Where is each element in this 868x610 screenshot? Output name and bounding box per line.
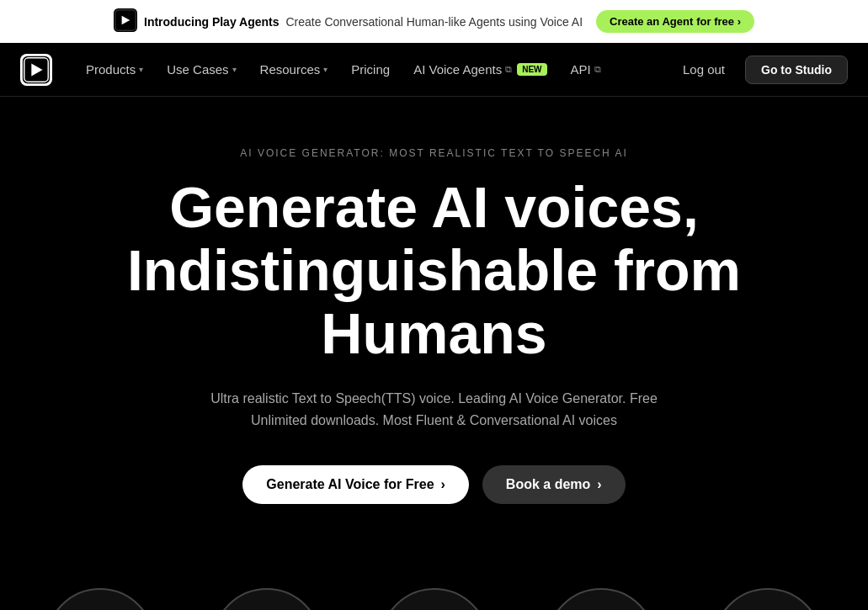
- chevron-down-icon: ▾: [232, 65, 237, 74]
- audio-cards-section: Voice Your Conversational AI Voice Your …: [0, 588, 868, 610]
- chevron-down-icon: ▾: [139, 65, 143, 74]
- record-button-custom[interactable]: [713, 588, 823, 610]
- audio-card-videos: Voice Your videos: [200, 588, 333, 610]
- nav-pricing[interactable]: Pricing: [341, 56, 400, 83]
- hero-subtitle: Ultra realistic Text to Speech(TTS) voic…: [207, 388, 662, 431]
- chevron-down-icon: ▾: [323, 65, 327, 74]
- audio-card-custom: Create Custom AI Voices: [701, 588, 834, 610]
- external-link-icon: ⧉: [594, 64, 601, 75]
- book-demo-button[interactable]: Book a demo ›: [482, 465, 626, 504]
- play-button-characters[interactable]: [546, 588, 656, 610]
- top-banner: Introducing Play Agents Create Conversat…: [0, 0, 868, 43]
- navbar: Products ▾ Use Cases ▾ Resources ▾ Prici…: [0, 43, 868, 97]
- banner-desc: Create Conversational Human-like Agents …: [286, 15, 583, 29]
- nav-products[interactable]: Products ▾: [76, 56, 153, 83]
- hero-buttons: Generate AI Voice for Free › Book a demo…: [17, 465, 851, 504]
- nav-ai-voice-agents[interactable]: AI Voice Agents ⧉ NEW: [403, 56, 556, 83]
- play-button-videos[interactable]: [212, 588, 322, 610]
- logout-button[interactable]: Log out: [673, 56, 735, 83]
- hero-section: AI VOICE GENERATOR: MOST REALISTIC TEXT …: [0, 97, 868, 588]
- play-agents-icon: [114, 8, 137, 34]
- new-badge: NEW: [517, 63, 546, 76]
- external-link-icon: ⧉: [505, 64, 512, 75]
- play-button-narrate[interactable]: [380, 588, 489, 610]
- hero-title: Generate AI voices, Indistinguishable fr…: [114, 176, 754, 364]
- audio-card-conversational: Voice Your Conversational AI: [34, 588, 167, 610]
- nav-use-cases[interactable]: Use Cases ▾: [157, 56, 246, 83]
- nav-api[interactable]: API ⧉: [561, 56, 611, 83]
- audio-card-characters: Voice your Characters: [535, 588, 668, 610]
- go-to-studio-button[interactable]: Go to Studio: [745, 56, 848, 84]
- nav-links: Products ▾ Use Cases ▾ Resources ▾ Prici…: [76, 56, 673, 83]
- hero-eyebrow: AI VOICE GENERATOR: MOST REALISTIC TEXT …: [17, 147, 851, 159]
- nav-right: Log out Go to Studio: [673, 56, 848, 84]
- play-button-conversational[interactable]: [45, 588, 155, 610]
- generate-voice-button[interactable]: Generate AI Voice for Free ›: [242, 465, 469, 504]
- audio-card-narrate: Narrate Your Stories: [367, 588, 500, 610]
- create-agent-button[interactable]: Create an Agent for free ›: [596, 10, 754, 33]
- nav-logo[interactable]: [20, 54, 52, 86]
- nav-resources[interactable]: Resources ▾: [250, 56, 338, 83]
- banner-intro: Introducing Play Agents: [144, 15, 280, 29]
